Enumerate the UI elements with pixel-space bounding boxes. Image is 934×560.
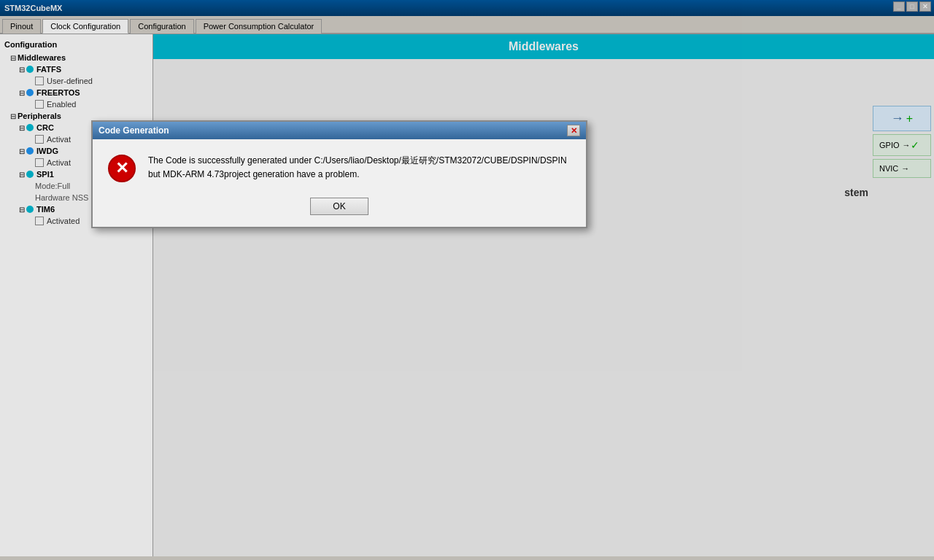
dialog-message-line2: but MDK-ARM 4.73project generation have …: [148, 169, 359, 179]
code-generation-dialog: Code Generation ✕ ✕ The Code is successf…: [91, 120, 587, 228]
dialog-footer: OK: [93, 195, 586, 227]
dialog-title-bar: Code Generation ✕: [93, 122, 586, 139]
dialog-close-button[interactable]: ✕: [567, 125, 580, 136]
dialog-title: Code Generation: [99, 125, 169, 136]
error-circle-icon: ✕: [108, 155, 136, 182]
dialog-message-line1: The Code is successfully generated under…: [148, 155, 567, 166]
dialog-body: ✕ The Code is successfully generated und…: [93, 139, 586, 195]
dialog-error-icon: ✕: [107, 154, 136, 183]
modal-overlay: Code Generation ✕ ✕ The Code is successf…: [0, 0, 934, 560]
ok-button[interactable]: OK: [310, 198, 368, 215]
dialog-message: The Code is successfully generated under…: [148, 154, 571, 182]
